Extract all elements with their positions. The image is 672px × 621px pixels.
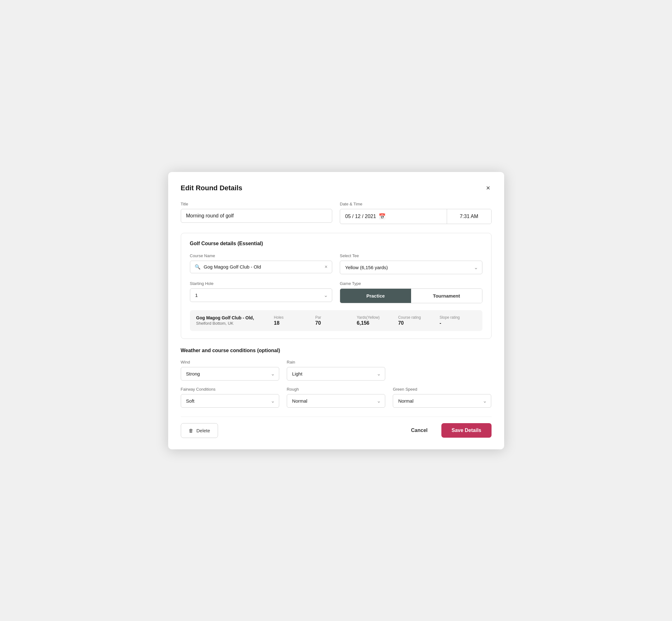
- trash-icon: 🗑: [189, 428, 194, 433]
- course-rating-value: 70: [398, 320, 434, 326]
- course-location: Shelford Bottom, UK: [196, 321, 269, 326]
- delete-button[interactable]: 🗑 Delete: [181, 423, 218, 438]
- par-label: Par: [315, 315, 351, 320]
- wind-label: Wind: [181, 360, 279, 365]
- stat-par: Par 70: [310, 315, 351, 326]
- rough-dropdown[interactable]: SoftNormalHard: [287, 394, 385, 408]
- starting-hole-dropdown[interactable]: 1234 5678 910: [190, 288, 333, 302]
- rough-group: Rough SoftNormalHard ⌄: [287, 387, 385, 408]
- starting-hole-label: Starting Hole: [190, 281, 333, 286]
- clear-course-button[interactable]: ×: [325, 264, 328, 270]
- starting-hole-wrap: 1234 5678 910 ⌄: [190, 288, 333, 302]
- datetime-label: Date & Time: [340, 202, 492, 206]
- top-fields: Title Date & Time 05 / 12 / 2021 📅 7:31 …: [181, 202, 492, 224]
- title-label: Title: [181, 202, 333, 206]
- green-speed-dropdown[interactable]: SlowNormalFast: [393, 394, 491, 408]
- modal-header: Edit Round Details ×: [181, 183, 492, 193]
- course-name-input-wrap[interactable]: 🔍 ×: [190, 261, 333, 273]
- rain-wrap: NoneLightModerateHeavy ⌄: [287, 367, 385, 380]
- edit-round-modal: Edit Round Details × Title Date & Time 0…: [168, 172, 504, 449]
- time-value: 7:31 AM: [460, 214, 478, 219]
- holes-value: 18: [274, 320, 310, 326]
- practice-toggle-button[interactable]: Practice: [340, 289, 411, 303]
- course-name-label: Course Name: [190, 253, 333, 258]
- holes-label: Holes: [274, 315, 310, 320]
- rain-group: Rain NoneLightModerateHeavy ⌄: [287, 360, 385, 380]
- golf-course-section: Golf Course details (Essential) Course N…: [181, 233, 492, 339]
- stat-holes: Holes 18: [269, 315, 310, 326]
- select-tee-label: Select Tee: [340, 253, 482, 258]
- game-type-label: Game Type: [340, 281, 482, 286]
- fairway-label: Fairway Conditions: [181, 387, 279, 391]
- rough-label: Rough: [287, 387, 385, 391]
- course-name-group: Course Name 🔍 ×: [190, 253, 333, 274]
- select-tee-group: Select Tee Yellow (6,156 yards) White Re…: [340, 253, 482, 274]
- rough-wrap: SoftNormalHard ⌄: [287, 394, 385, 408]
- footer-right: Cancel Save Details: [405, 423, 492, 438]
- wind-group: Wind NoneLightModerateStrong ⌄: [181, 360, 279, 380]
- wind-wrap: NoneLightModerateStrong ⌄: [181, 367, 279, 380]
- search-icon: 🔍: [195, 264, 201, 270]
- stat-slope-rating: Slope rating -: [434, 315, 476, 326]
- starting-hole-group: Starting Hole 1234 5678 910 ⌄: [190, 281, 333, 303]
- footer-row: 🗑 Delete Cancel Save Details: [181, 417, 492, 438]
- delete-label: Delete: [197, 428, 210, 433]
- course-rating-label: Course rating: [398, 315, 434, 320]
- fairway-group: Fairway Conditions SoftNormalHard ⌄: [181, 387, 279, 408]
- rain-label: Rain: [287, 360, 385, 365]
- wind-rain-row: Wind NoneLightModerateStrong ⌄ Rain None…: [181, 360, 492, 380]
- title-input[interactable]: [181, 209, 333, 223]
- time-field[interactable]: 7:31 AM: [447, 209, 491, 224]
- par-value: 70: [315, 320, 351, 326]
- green-speed-wrap: SlowNormalFast ⌄: [393, 394, 491, 408]
- course-name-col: Gog Magog Golf Club - Old, Shelford Bott…: [196, 315, 269, 326]
- title-field-group: Title: [181, 202, 333, 223]
- yards-label: Yards(Yellow): [357, 315, 393, 320]
- date-field[interactable]: 05 / 12 / 2021 📅: [340, 209, 447, 224]
- game-type-group: Game Type Practice Tournament: [340, 281, 482, 303]
- select-tee-dropdown[interactable]: Yellow (6,156 yards) White Red Blue: [340, 261, 482, 274]
- fairway-dropdown[interactable]: SoftNormalHard: [181, 394, 279, 408]
- course-full-name: Gog Magog Golf Club - Old,: [196, 315, 269, 320]
- stat-yards: Yards(Yellow) 6,156: [352, 315, 393, 326]
- stat-course-rating: Course rating 70: [393, 315, 434, 326]
- save-button[interactable]: Save Details: [442, 423, 491, 438]
- tournament-toggle-button[interactable]: Tournament: [411, 289, 482, 303]
- green-speed-group: Green Speed SlowNormalFast ⌄: [393, 387, 491, 408]
- wind-dropdown[interactable]: NoneLightModerateStrong: [181, 367, 279, 380]
- datetime-row: 05 / 12 / 2021 📅 7:31 AM: [340, 209, 492, 224]
- select-tee-wrap: Yellow (6,156 yards) White Red Blue ⌄: [340, 261, 482, 274]
- conditions-row: Fairway Conditions SoftNormalHard ⌄ Roug…: [181, 387, 492, 408]
- course-tee-row: Course Name 🔍 × Select Tee Yellow (6,156…: [190, 253, 482, 274]
- course-name-input[interactable]: [204, 264, 322, 270]
- green-speed-label: Green Speed: [393, 387, 491, 391]
- calendar-icon: 📅: [379, 213, 385, 220]
- cancel-button[interactable]: Cancel: [405, 423, 434, 438]
- date-value: 05 / 12 / 2021: [345, 214, 376, 219]
- slope-rating-label: Slope rating: [439, 315, 476, 320]
- rain-dropdown[interactable]: NoneLightModerateHeavy: [287, 367, 385, 380]
- game-type-toggle: Practice Tournament: [340, 288, 482, 303]
- hole-gametype-row: Starting Hole 1234 5678 910 ⌄ Game Type …: [190, 281, 482, 303]
- slope-rating-value: -: [439, 320, 476, 326]
- weather-section: Weather and course conditions (optional)…: [181, 348, 492, 408]
- close-button[interactable]: ×: [485, 183, 492, 193]
- modal-title: Edit Round Details: [181, 184, 243, 192]
- fairway-wrap: SoftNormalHard ⌄: [181, 394, 279, 408]
- golf-section-title: Golf Course details (Essential): [190, 241, 482, 246]
- course-info-row: Gog Magog Golf Club - Old, Shelford Bott…: [190, 310, 482, 331]
- datetime-field-group: Date & Time 05 / 12 / 2021 📅 7:31 AM: [340, 202, 492, 224]
- weather-section-title: Weather and course conditions (optional): [181, 348, 492, 354]
- yards-value: 6,156: [357, 320, 393, 326]
